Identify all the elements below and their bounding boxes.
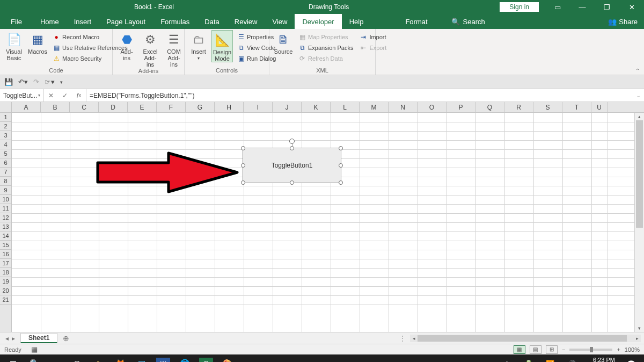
rotation-handle[interactable] (289, 139, 295, 144)
volume-icon[interactable]: 🔊 (561, 354, 582, 362)
row-header[interactable]: 14 (0, 231, 11, 241)
zoom-slider[interactable] (569, 349, 612, 351)
expansion-packs-button[interactable]: ⧉ Expansion Packs (296, 43, 355, 53)
tab-help[interactable]: Help (342, 14, 371, 29)
tab-developer[interactable]: Developer (295, 14, 341, 29)
collapse-ribbon-button[interactable]: ⌃ (635, 68, 640, 74)
export-button[interactable]: ⇤ Export (357, 43, 389, 53)
design-mode-button[interactable]: 📐 Design Mode (211, 30, 233, 62)
zoom-level[interactable]: 100% (625, 346, 640, 353)
column-header[interactable]: A (12, 102, 41, 112)
new-sheet-button[interactable]: ⊕ (63, 334, 69, 343)
column-header[interactable]: U (591, 102, 608, 112)
cortana-button[interactable]: ○ (45, 354, 67, 362)
column-header[interactable]: H (215, 102, 244, 112)
start-button[interactable]: ⊞ (2, 354, 24, 362)
task-view-button[interactable]: ⧉ (67, 354, 88, 362)
row-header[interactable]: 13 (0, 222, 11, 231)
action-center-button[interactable]: 💬 (620, 354, 642, 362)
row-header[interactable]: 3 (0, 131, 11, 140)
file-explorer-taskbar[interactable]: 🗀 (88, 354, 109, 362)
row-header[interactable]: 5 (0, 149, 11, 158)
split-handle[interactable]: ⋮ (399, 335, 406, 342)
column-header[interactable]: K (302, 102, 331, 112)
resize-handle-e[interactable] (339, 163, 343, 168)
scroll-thumb[interactable] (636, 120, 643, 228)
xml-source-button[interactable]: 🗎 Source (273, 30, 294, 55)
save-button[interactable]: 💾 (4, 78, 13, 86)
column-header[interactable]: M (360, 102, 389, 112)
insert-control-button[interactable]: 🗀 Insert ▾ (188, 30, 209, 61)
tab-review[interactable]: Review (227, 14, 265, 29)
zoom-in-button[interactable]: + (617, 346, 620, 353)
addins-button[interactable]: ⬣ Add- ins (116, 30, 137, 61)
tab-data[interactable]: Data (197, 14, 226, 29)
row-header[interactable]: 18 (0, 268, 11, 277)
row-header[interactable]: 6 (0, 158, 11, 168)
row-header[interactable]: 20 (0, 286, 11, 295)
battery-icon[interactable]: 🔋 (518, 354, 539, 362)
firefox-taskbar[interactable]: 🦊 (109, 354, 131, 362)
row-header[interactable]: 2 (0, 122, 11, 131)
tab-insert[interactable]: Insert (67, 14, 99, 29)
macros-button[interactable]: ▦ Macros (27, 30, 48, 55)
sign-in-button[interactable]: Sign in (500, 2, 539, 12)
import-button[interactable]: ⇥ Import (357, 32, 389, 42)
row-header[interactable]: 9 (0, 186, 11, 195)
column-header[interactable]: Q (475, 102, 504, 112)
map-properties-button[interactable]: ▦ Map Properties (296, 32, 355, 42)
next-sheet-button[interactable]: ▸ (12, 335, 15, 342)
scroll-left-button[interactable]: ◂ (410, 335, 418, 342)
undo-button[interactable]: ↶▾ (18, 78, 28, 86)
toggle-button-control[interactable]: ToggleButton1 (243, 148, 341, 183)
column-header[interactable]: O (418, 102, 447, 112)
worksheet-grid[interactable]: ABCDEFGHIJKLMNOPQRSTU 123456789101112131… (0, 102, 644, 332)
column-header[interactable]: S (533, 102, 562, 112)
resize-handle-s[interactable] (290, 180, 294, 185)
search-taskbar-button[interactable]: 🔍 (24, 354, 45, 362)
resize-handle-ne[interactable] (339, 146, 343, 150)
row-header[interactable]: 21 (0, 295, 11, 305)
cancel-formula-button[interactable]: ✕ (44, 92, 58, 99)
row-header[interactable]: 15 (0, 241, 11, 250)
column-header[interactable]: E (128, 102, 157, 112)
enter-formula-button[interactable]: ✓ (58, 92, 72, 99)
excel-taskbar[interactable]: X (199, 358, 213, 362)
macro-record-icon[interactable]: ▦ (31, 345, 38, 353)
tab-file[interactable]: File (0, 14, 33, 29)
column-header[interactable]: B (41, 102, 70, 112)
insert-function-button[interactable]: fx (72, 92, 86, 99)
column-header[interactable]: R (504, 102, 533, 112)
system-clock[interactable]: 6:23 PM 28-Sep-19 (582, 357, 620, 362)
column-header[interactable]: C (70, 102, 99, 112)
column-header[interactable]: P (447, 102, 475, 112)
column-header[interactable]: I (244, 102, 273, 112)
page-break-view-button[interactable]: ⊞ (546, 345, 558, 354)
tab-view[interactable]: View (265, 14, 295, 29)
visual-basic-button[interactable]: 📄 Visual Basic (3, 30, 25, 61)
column-header[interactable]: T (562, 102, 591, 112)
ribbon-display-options-button[interactable]: ▭ (545, 0, 570, 14)
row-header[interactable]: 17 (0, 259, 11, 268)
row-header[interactable]: 19 (0, 277, 11, 286)
refresh-data-button[interactable]: ⟳ Refresh Data (296, 54, 355, 63)
column-header[interactable]: G (186, 102, 215, 112)
resize-handle-se[interactable] (339, 180, 343, 185)
formula-input[interactable]: =EMBED("Forms.ToggleButton.1","") ⌄ (86, 89, 644, 102)
resize-handle-n[interactable] (290, 146, 294, 150)
tab-home[interactable]: Home (33, 14, 67, 29)
sheet-tab-sheet1[interactable]: Sheet1 (20, 333, 57, 343)
page-layout-view-button[interactable]: ▤ (530, 345, 541, 354)
horizontal-scrollbar[interactable]: ◂ ▸ (410, 335, 641, 342)
paint-taskbar[interactable]: 🎨 (217, 354, 238, 362)
com-addins-button[interactable]: ☰ COM Add-ins (163, 30, 185, 68)
row-header[interactable]: 11 (0, 204, 11, 213)
zoom-out-button[interactable]: − (562, 346, 565, 353)
tab-formulas[interactable]: Formulas (153, 14, 197, 29)
minimize-button[interactable]: — (570, 0, 595, 14)
row-header[interactable]: 10 (0, 195, 11, 204)
row-header[interactable]: 8 (0, 177, 11, 186)
scroll-right-button[interactable]: ▸ (633, 335, 641, 342)
word-taskbar[interactable]: W (156, 358, 170, 362)
share-button[interactable]: 👥 Share (608, 18, 638, 26)
